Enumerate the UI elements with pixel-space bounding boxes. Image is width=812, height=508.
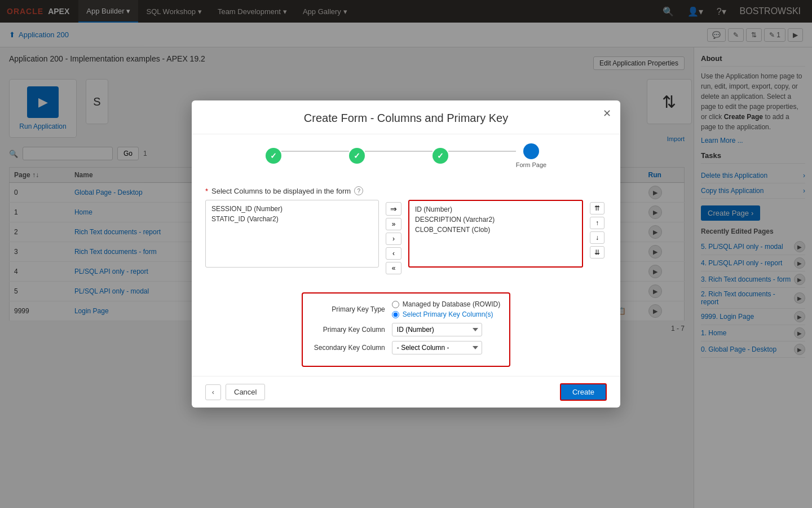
left-col-item[interactable]: STATIC_ID (Varchar2) [209, 214, 375, 224]
step-2: ✓ [349, 148, 365, 164]
pk-col-row: Primary Key Column ID (Number) [312, 323, 500, 336]
step-3: ✓ [433, 148, 448, 164]
order-buttons: ⇈ ↑ ↓ ⇊ [588, 200, 607, 261]
modal-close-button[interactable]: ✕ [603, 108, 611, 119]
step-4-label: Form Page [516, 161, 546, 168]
right-columns-list[interactable]: ID (Number)DESCRIPTION (Varchar2)CLOB_CO… [408, 200, 583, 268]
wizard-steps: ✓ ✓ ✓ Form Page [192, 134, 620, 177]
pk-col-select[interactable]: ID (Number) [392, 323, 482, 336]
sec-key-select[interactable]: - Select Column - [392, 341, 482, 354]
right-col-item[interactable]: CLOB_CONTENT (Clob) [413, 225, 579, 235]
order-bottom-btn[interactable]: ⇊ [590, 246, 604, 259]
back-button[interactable]: ‹ [205, 384, 221, 400]
radio-select-pk-input[interactable] [392, 311, 399, 318]
modal-body: * Select Columns to be displayed in the … [192, 177, 620, 376]
step-line-3 [448, 151, 516, 152]
step-line-1 [281, 151, 349, 152]
move-all-right-btn[interactable]: ⇒ [386, 202, 401, 216]
pk-col-label: Primary Key Column [312, 326, 385, 334]
radio-managed-db-input[interactable] [392, 301, 399, 308]
step-4: Form Page [516, 143, 546, 168]
footer-left-btns: ‹ Cancel [205, 384, 265, 400]
order-top-btn[interactable]: ⇈ [590, 202, 604, 214]
modal: Create Form - Columns and Primary Key ✕ … [192, 100, 620, 408]
modal-header: Create Form - Columns and Primary Key ✕ [192, 100, 620, 134]
sec-key-row: Secondary Key Column - Select Column - [312, 341, 500, 354]
help-icon-columns[interactable]: ? [354, 186, 363, 195]
step-line-2 [365, 151, 433, 152]
pk-type-row: Primary Key Type Managed by Database (RO… [312, 300, 500, 318]
left-columns-list[interactable]: SESSION_ID (Number)STATIC_ID (Varchar2) [205, 200, 379, 268]
pk-type-label: Primary Key Type [312, 305, 385, 313]
pk-radio-group: Managed by Database (ROWID) Select Prima… [392, 300, 500, 318]
create-button[interactable]: Create [560, 383, 607, 401]
step-3-circle: ✓ [433, 148, 448, 164]
modal-overlay: Create Form - Columns and Primary Key ✕ … [0, 0, 812, 508]
radio-managed-db[interactable]: Managed by Database (ROWID) [392, 300, 500, 308]
move-left-btn[interactable]: ‹ [386, 247, 401, 260]
cancel-button[interactable]: Cancel [226, 384, 265, 400]
radio-select-pk[interactable]: Select Primary Key Column(s) [392, 310, 500, 318]
order-down-btn[interactable]: ↓ [590, 231, 604, 244]
step-2-circle: ✓ [349, 148, 365, 164]
move-right-btn[interactable]: › [386, 233, 401, 245]
modal-title: Create Form - Columns and Primary Key [205, 112, 607, 125]
order-up-btn[interactable]: ↑ [590, 217, 604, 229]
modal-footer: ‹ Cancel Create [192, 376, 620, 408]
select-columns-label: * Select Columns to be displayed in the … [205, 186, 607, 195]
step-4-circle [523, 143, 539, 159]
primary-key-section: Primary Key Type Managed by Database (RO… [302, 292, 510, 367]
left-col-item[interactable]: SESSION_ID (Number) [209, 204, 375, 214]
sec-key-label: Secondary Key Column [312, 344, 385, 352]
move-all-right2-btn[interactable]: » [386, 218, 401, 230]
right-col-item[interactable]: ID (Number) [413, 204, 579, 214]
move-buttons: ⇒ » › ‹ « [383, 200, 404, 277]
right-col-item[interactable]: DESCRIPTION (Varchar2) [413, 214, 579, 225]
step-1: ✓ [266, 148, 281, 164]
move-all-left-btn[interactable]: « [386, 262, 401, 274]
step-1-circle: ✓ [266, 148, 281, 164]
required-indicator: * [205, 187, 208, 195]
columns-area: SESSION_ID (Number)STATIC_ID (Varchar2) … [205, 200, 607, 277]
